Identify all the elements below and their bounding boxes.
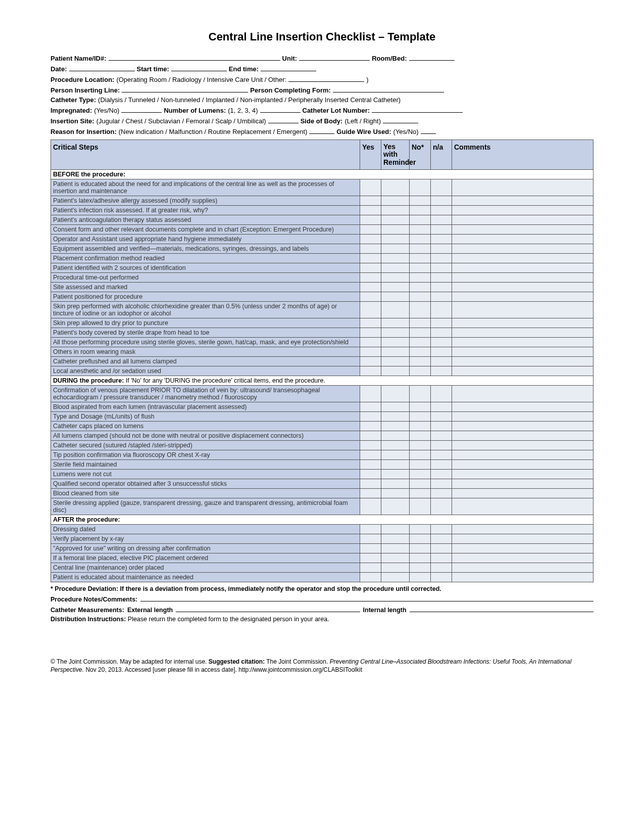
checkbox-cell[interactable] <box>360 206 381 215</box>
comment-cell[interactable] <box>452 215 593 225</box>
patient-input[interactable] <box>109 54 280 61</box>
comment-cell[interactable] <box>452 412 593 422</box>
checkbox-cell[interactable] <box>360 573 381 582</box>
checkbox-cell[interactable] <box>360 235 381 244</box>
comment-cell[interactable] <box>452 347 593 357</box>
checkbox-cell[interactable] <box>360 244 381 254</box>
checkbox-cell[interactable] <box>360 460 381 470</box>
checkbox-cell[interactable] <box>431 225 452 235</box>
checkbox-cell[interactable] <box>381 386 410 402</box>
checkbox-cell[interactable] <box>431 347 452 357</box>
checkbox-cell[interactable] <box>360 402 381 412</box>
comment-cell[interactable] <box>452 206 593 215</box>
checkbox-cell[interactable] <box>410 328 431 338</box>
roombed-input[interactable] <box>409 54 455 61</box>
checkbox-cell[interactable] <box>431 215 452 225</box>
checkbox-cell[interactable] <box>381 441 410 450</box>
checkbox-cell[interactable] <box>381 206 410 215</box>
checkbox-cell[interactable] <box>410 263 431 273</box>
comment-cell[interactable] <box>452 273 593 283</box>
checkbox-cell[interactable] <box>431 273 452 283</box>
checkbox-cell[interactable] <box>431 292 452 302</box>
comment-cell[interactable] <box>452 402 593 412</box>
side-input[interactable] <box>383 116 418 123</box>
comment-cell[interactable] <box>452 244 593 254</box>
checkbox-cell[interactable] <box>381 318 410 328</box>
checkbox-cell[interactable] <box>381 470 410 479</box>
comment-cell[interactable] <box>452 450 593 460</box>
checkbox-cell[interactable] <box>431 318 452 328</box>
checkbox-cell[interactable] <box>381 460 410 470</box>
comment-cell[interactable] <box>452 498 593 515</box>
comment-cell[interactable] <box>452 318 593 328</box>
checkbox-cell[interactable] <box>381 347 410 357</box>
comment-cell[interactable] <box>452 422 593 431</box>
checkbox-cell[interactable] <box>360 489 381 498</box>
checkbox-cell[interactable] <box>381 254 410 263</box>
checkbox-cell[interactable] <box>431 196 452 206</box>
comment-cell[interactable] <box>452 479 593 489</box>
checkbox-cell[interactable] <box>410 460 431 470</box>
checkbox-cell[interactable] <box>360 338 381 347</box>
checkbox-cell[interactable] <box>431 302 452 318</box>
checkbox-cell[interactable] <box>360 412 381 422</box>
checkbox-cell[interactable] <box>360 470 381 479</box>
checkbox-cell[interactable] <box>360 534 381 544</box>
checkbox-cell[interactable] <box>360 553 381 563</box>
checkbox-cell[interactable] <box>410 441 431 450</box>
checkbox-cell[interactable] <box>431 366 452 376</box>
checkbox-cell[interactable] <box>381 235 410 244</box>
checkbox-cell[interactable] <box>360 196 381 206</box>
numlumens-input[interactable] <box>260 106 301 113</box>
checkbox-cell[interactable] <box>431 402 452 412</box>
checkbox-cell[interactable] <box>381 563 410 573</box>
checkbox-cell[interactable] <box>381 292 410 302</box>
unit-input[interactable] <box>299 54 370 61</box>
checkbox-cell[interactable] <box>360 431 381 441</box>
checkbox-cell[interactable] <box>410 573 431 582</box>
checkbox-cell[interactable] <box>410 244 431 254</box>
checkbox-cell[interactable] <box>360 525 381 534</box>
checkbox-cell[interactable] <box>431 553 452 563</box>
checkbox-cell[interactable] <box>360 263 381 273</box>
comment-cell[interactable] <box>452 292 593 302</box>
comment-cell[interactable] <box>452 283 593 292</box>
checkbox-cell[interactable] <box>360 283 381 292</box>
comment-cell[interactable] <box>452 179 593 196</box>
checkbox-cell[interactable] <box>410 338 431 347</box>
checkbox-cell[interactable] <box>431 489 452 498</box>
checkbox-cell[interactable] <box>431 244 452 254</box>
checkbox-cell[interactable] <box>410 215 431 225</box>
checkbox-cell[interactable] <box>381 479 410 489</box>
checkbox-cell[interactable] <box>360 544 381 553</box>
checkbox-cell[interactable] <box>360 215 381 225</box>
comment-cell[interactable] <box>452 544 593 553</box>
checkbox-cell[interactable] <box>381 283 410 292</box>
checkbox-cell[interactable] <box>410 450 431 460</box>
checkbox-cell[interactable] <box>360 302 381 318</box>
checkbox-cell[interactable] <box>431 328 452 338</box>
checkbox-cell[interactable] <box>431 254 452 263</box>
checkbox-cell[interactable] <box>381 263 410 273</box>
checkbox-cell[interactable] <box>360 318 381 328</box>
checkbox-cell[interactable] <box>431 422 452 431</box>
checkbox-cell[interactable] <box>410 422 431 431</box>
checkbox-cell[interactable] <box>381 244 410 254</box>
checkbox-cell[interactable] <box>381 215 410 225</box>
checkbox-cell[interactable] <box>410 347 431 357</box>
checkbox-cell[interactable] <box>360 563 381 573</box>
checkbox-cell[interactable] <box>381 573 410 582</box>
comment-cell[interactable] <box>452 235 593 244</box>
checkbox-cell[interactable] <box>410 318 431 328</box>
checkbox-cell[interactable] <box>431 525 452 534</box>
checkbox-cell[interactable] <box>431 498 452 515</box>
checkbox-cell[interactable] <box>381 273 410 283</box>
checkbox-cell[interactable] <box>410 431 431 441</box>
checkbox-cell[interactable] <box>381 338 410 347</box>
checkbox-cell[interactable] <box>431 450 452 460</box>
comment-cell[interactable] <box>452 431 593 441</box>
checkbox-cell[interactable] <box>381 553 410 563</box>
checkbox-cell[interactable] <box>381 366 410 376</box>
ext-input[interactable] <box>176 605 360 612</box>
checkbox-cell[interactable] <box>410 525 431 534</box>
